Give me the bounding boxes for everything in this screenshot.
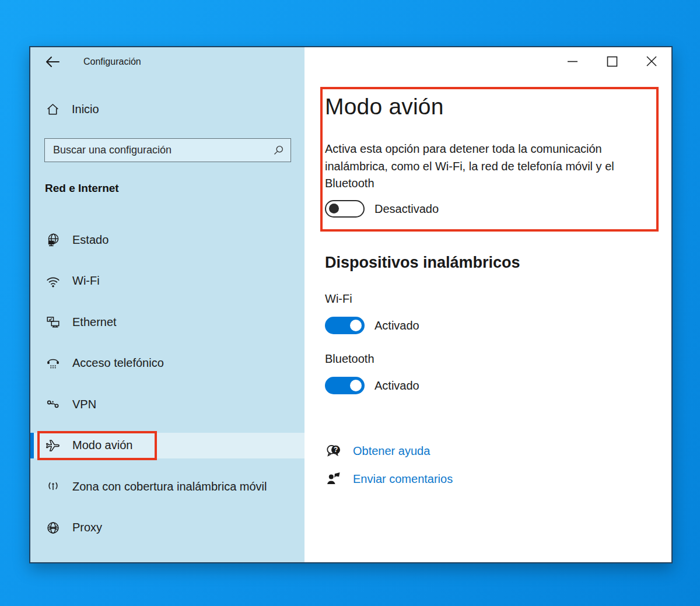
search-icon bbox=[272, 144, 285, 156]
globe-network-icon bbox=[46, 232, 61, 247]
get-help-label: Obtener ayuda bbox=[353, 444, 430, 458]
page-description: Activa esta opción para detener toda la … bbox=[325, 141, 650, 192]
send-feedback-icon bbox=[325, 470, 342, 488]
page-title: Modo avión bbox=[325, 94, 444, 120]
close-icon bbox=[646, 55, 657, 67]
sidebar-item-label: Ethernet bbox=[72, 316, 117, 329]
back-arrow-icon bbox=[44, 55, 62, 69]
mobile-hotspot-icon bbox=[46, 479, 61, 494]
toggle-knob bbox=[350, 380, 362, 391]
airplane-mode-toggle-row: Desactivado bbox=[325, 200, 439, 218]
sidebar-item-label: VPN bbox=[72, 398, 96, 411]
globe-icon bbox=[46, 520, 61, 535]
settings-sidebar: Configuración Inicio Red e Internet bbox=[30, 47, 304, 562]
sidebar-section-title: Red e Internet bbox=[45, 182, 119, 195]
window-controls bbox=[565, 54, 659, 68]
sidebar-item-acceso-telefonico[interactable]: Acceso telefónico bbox=[30, 351, 304, 376]
sidebar-item-label: Acceso telefónico bbox=[72, 356, 164, 370]
settings-window: Configuración Inicio Red e Internet bbox=[29, 46, 673, 563]
sidebar-item-label: Zona con cobertura inalámbrica móvil bbox=[72, 480, 267, 493]
airplane-mode-toggle[interactable] bbox=[325, 200, 365, 218]
app-title: Configuración bbox=[83, 57, 141, 67]
sidebar-item-modo-avion[interactable]: Modo avión bbox=[30, 433, 304, 458]
airplane-mode-toggle-label: Desactivado bbox=[374, 202, 439, 216]
sidebar-item-label: Estado bbox=[72, 233, 108, 247]
maximize-icon bbox=[607, 56, 618, 67]
get-help-icon: ? bbox=[325, 442, 342, 460]
toggle-knob bbox=[329, 204, 339, 213]
home-icon bbox=[46, 102, 60, 117]
sidebar-item-label: Wi-Fi bbox=[72, 274, 100, 288]
vpn-icon bbox=[46, 397, 61, 412]
bluetooth-toggle-label: Activado bbox=[374, 379, 419, 393]
sidebar-item-ethernet[interactable]: Ethernet bbox=[30, 309, 304, 335]
bluetooth-toggle-row: Activado bbox=[325, 377, 419, 394]
toggle-knob bbox=[350, 320, 362, 331]
back-button[interactable] bbox=[44, 54, 62, 69]
sidebar-item-proxy[interactable]: Proxy bbox=[30, 515, 304, 541]
wifi-icon bbox=[46, 274, 61, 289]
get-help-link[interactable]: ? Obtener ayuda bbox=[325, 442, 430, 460]
maximize-button[interactable] bbox=[605, 54, 619, 68]
settings-search-box bbox=[44, 138, 291, 162]
wifi-toggle-label: Activado bbox=[374, 319, 419, 332]
wireless-devices-section-title: Dispositivos inalámbricos bbox=[325, 254, 520, 272]
send-feedback-link[interactable]: Enviar comentarios bbox=[325, 470, 453, 488]
sidebar-item-home-label: Inicio bbox=[72, 103, 99, 116]
ethernet-icon bbox=[46, 314, 61, 330]
wifi-device-label: Wi-Fi bbox=[325, 292, 352, 306]
settings-content: Modo avión Activa esta opción para deten… bbox=[304, 47, 671, 562]
sidebar-item-label: Proxy bbox=[72, 521, 102, 534]
wifi-toggle-row: Activado bbox=[325, 317, 419, 334]
search-input[interactable] bbox=[53, 144, 272, 156]
wifi-toggle[interactable] bbox=[325, 317, 365, 334]
airplane-icon bbox=[46, 438, 61, 453]
send-feedback-label: Enviar comentarios bbox=[353, 472, 453, 486]
sidebar-item-home[interactable]: Inicio bbox=[46, 96, 99, 122]
minimize-button[interactable] bbox=[565, 54, 579, 68]
sidebar-item-zona-cobertura[interactable]: Zona con cobertura inalámbrica móvil bbox=[30, 474, 304, 499]
minimize-icon bbox=[567, 56, 578, 67]
svg-text:?: ? bbox=[334, 446, 338, 454]
close-button[interactable] bbox=[645, 54, 659, 68]
sidebar-item-wifi[interactable]: Wi-Fi bbox=[30, 268, 304, 294]
dialup-phone-icon bbox=[46, 356, 61, 371]
desktop-background: Configuración Inicio Red e Internet bbox=[0, 0, 700, 606]
sidebar-item-vpn[interactable]: VPN bbox=[30, 391, 304, 417]
sidebar-item-estado[interactable]: Estado bbox=[30, 227, 304, 253]
sidebar-item-label: Modo avión bbox=[72, 439, 132, 452]
bluetooth-device-label: Bluetooth bbox=[325, 352, 374, 366]
bluetooth-toggle[interactable] bbox=[325, 377, 365, 394]
sidebar-nav: Estado Wi-Fi bbox=[30, 227, 304, 556]
